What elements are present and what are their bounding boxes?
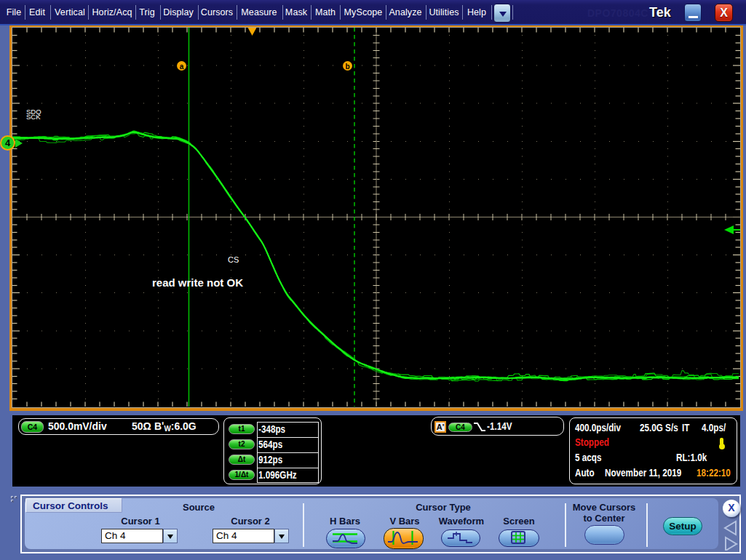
svg-text:CS: CS [228,255,239,264]
svg-text:a: a [180,63,184,71]
svg-text:read write not OK: read write not OK [152,276,243,289]
svg-text:b: b [345,63,349,71]
svg-text:SCK: SCK [26,113,41,121]
